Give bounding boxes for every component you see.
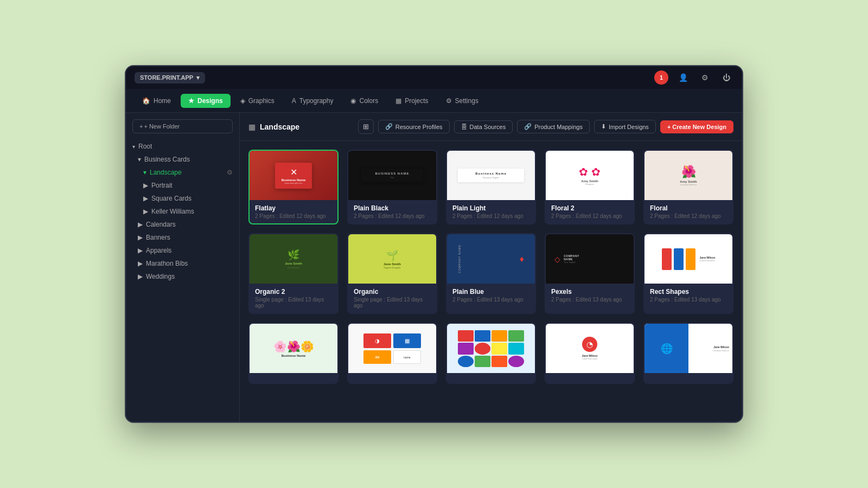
wed-arrow: ▶ — [138, 273, 143, 280]
product-mappings-icon: 🔗 — [524, 123, 532, 130]
colorful3-bg — [447, 324, 535, 373]
colorful3-thumbnail — [447, 324, 535, 373]
organic2-bg: 🌿 Jane Smith Contact Info — [250, 234, 337, 284]
app-arrow: ▶ — [138, 247, 143, 254]
root-arrow: ▾ — [132, 144, 135, 150]
new-folder-button[interactable]: + + New Folder — [132, 119, 233, 133]
sidebar-item-apparels[interactable]: ▶ Apparels — [126, 244, 239, 257]
sidebar-item-keller-williams[interactable]: ▶ Keller Williams — [126, 205, 239, 218]
sidebar-item-banners[interactable]: ▶ Banners — [126, 231, 239, 244]
design-card-colorful1[interactable]: 🌸🌺🌼 Business Name — [248, 323, 339, 384]
rect-shapes-name: Rect Shapes — [650, 288, 727, 296]
nav-home[interactable]: 🏠 Home — [135, 94, 178, 108]
portrait-label: Portrait — [151, 182, 173, 189]
grid-view-button[interactable]: ⊞ — [358, 119, 374, 134]
floral-meta: 2 Pages : Edited 12 days ago — [650, 213, 727, 219]
design-grid-container: ✕ Business Name www.example.com 🔍 ⚙ ✏ — [240, 141, 742, 422]
colorful2-info — [348, 373, 436, 383]
design-card-colorful4[interactable]: ◔ Jane Wilcox Chief Executive — [545, 323, 635, 384]
pexels-name: Pexels — [551, 288, 628, 296]
app-brand[interactable]: STORE.PRINT.APP ▾ — [135, 72, 205, 84]
kw-label: Keller Williams — [151, 208, 194, 215]
plain-black-meta: 2 Pages : Edited 12 days ago — [354, 213, 431, 219]
wed-label: Weddings — [146, 273, 175, 280]
nav-projects[interactable]: ▦ Projects — [388, 94, 436, 108]
sidebar-item-marathon-bibs[interactable]: ▶ Marathon Bibs — [126, 257, 239, 270]
landscape-label: Landscape — [150, 169, 182, 176]
design-card-organic2[interactable]: 🌿 Jane Smith Contact Info Organic 2 Sing… — [248, 233, 339, 314]
colorful1-info — [250, 373, 337, 383]
plain-light-name: Plain Light — [452, 204, 529, 212]
design-card-plain-light[interactable]: Business Name Business Tagline Plain Lig… — [446, 150, 536, 224]
plain-black-bg: BUSINESS NAME Title — [348, 151, 436, 200]
design-card-pexels[interactable]: ◇ COMPANY NAME Your Tagline — [545, 233, 635, 314]
content-header-left: ▦ Landscape — [248, 123, 299, 131]
projects-icon: ▦ — [395, 97, 401, 105]
content-area: ▦ Landscape ⊞ 🔗 Resource Profiles 🗄 Data… — [240, 113, 742, 422]
main-layout: + + New Folder ▾ Root ▾ Business Cards ▾… — [126, 113, 742, 422]
design-card-plain-blue[interactable]: COMPANY NAME ♦ Plain Blue 2 Pages : Edit… — [446, 233, 536, 314]
ban-label: Banners — [146, 234, 170, 241]
import-designs-button[interactable]: ⬇ Import Designs — [594, 120, 656, 133]
design-card-plain-black[interactable]: BUSINESS NAME Title Plain Black 2 Pages … — [347, 150, 437, 224]
settings-icon[interactable]: ⚙ — [698, 70, 712, 85]
home-icon: 🏠 — [142, 97, 150, 105]
organic2-info: Organic 2 Single page : Edited 13 days a… — [250, 284, 337, 313]
sidebar-item-weddings[interactable]: ▶ Weddings — [126, 270, 239, 283]
import-icon: ⬇ — [601, 123, 606, 130]
design-card-colorful2[interactable]: ◑ ▦ BN name — [347, 323, 437, 384]
design-card-floral2[interactable]: ✿ ✿ Amy Smith Designer Floral 2 2 Pages … — [545, 150, 635, 224]
mar-label: Marathon Bibs — [146, 260, 188, 267]
sidebar-item-business-cards[interactable]: ▾ Business Cards — [126, 153, 239, 166]
rect-shapes-bg: Jane Wilcox Chief Executive — [644, 234, 732, 284]
plain-blue-info: Plain Blue 2 Pages : Edited 13 days ago — [447, 284, 535, 307]
colorful2-thumbnail: ◑ ▦ BN name — [348, 324, 436, 373]
flatlay-thumbnail: ✕ Business Name www.example.com 🔍 ⚙ ✏ — [250, 151, 337, 200]
nav-colors[interactable]: ◉ Colors — [343, 94, 386, 108]
landscape-settings-icon[interactable]: ⚙ — [227, 169, 233, 176]
ban-arrow: ▶ — [138, 234, 143, 241]
organic2-name: Organic 2 — [255, 288, 332, 296]
floral2-name: Floral 2 — [551, 204, 628, 212]
topbar: STORE.PRINT.APP ▾ 1 👤 ⚙ ⏻ — [126, 66, 742, 89]
colorful4-thumbnail: ◔ Jane Wilcox Chief Executive — [546, 324, 634, 373]
notification-icon[interactable]: 1 — [654, 70, 668, 85]
design-card-floral[interactable]: 🌺 Amy Smith Creative Director Floral 2 P… — [643, 150, 733, 224]
design-card-organic[interactable]: 🌱 Jane Smith Organic Designer Organic Si… — [347, 233, 437, 314]
resource-profiles-button[interactable]: 🔗 Resource Profiles — [378, 120, 450, 133]
sidebar-item-calendars[interactable]: ▶ Calendars — [126, 218, 239, 231]
power-icon[interactable]: ⏻ — [719, 70, 733, 85]
nav-typography[interactable]: A Typography — [284, 94, 341, 108]
nav-designs[interactable]: ★ Designs — [181, 94, 231, 108]
colorful5-thumbnail: 🌐 Jane Wilcox Creative Director — [644, 324, 732, 373]
content-header-right: ⊞ 🔗 Resource Profiles 🗄 Data Sources 🔗 P… — [358, 119, 733, 134]
settings-nav-icon: ⚙ — [446, 97, 452, 105]
nav-settings[interactable]: ⚙ Settings — [438, 94, 486, 108]
sq-arrow: ▶ — [143, 195, 148, 202]
flatlay-meta: 2 Pages : Edited 12 days ago — [255, 213, 332, 219]
organic-meta: Single page : Edited 13 days ago — [354, 297, 431, 309]
create-new-design-button[interactable]: + Create New Design — [660, 120, 733, 133]
design-card-colorful5[interactable]: 🌐 Jane Wilcox Creative Director — [643, 323, 733, 384]
organic-bg: 🌱 Jane Smith Organic Designer — [348, 234, 436, 284]
plain-light-meta: 2 Pages : Edited 12 days ago — [452, 213, 529, 219]
nav-graphics[interactable]: ◈ Graphics — [233, 94, 282, 108]
sidebar-item-root[interactable]: ▾ Root — [126, 140, 239, 153]
sidebar-item-portrait[interactable]: ▶ Portrait — [126, 179, 239, 192]
colorful4-info — [546, 373, 634, 383]
typography-icon: A — [292, 97, 296, 105]
cal-label: Calendars — [146, 221, 176, 228]
plain-light-info: Plain Light 2 Pages : Edited 12 days ago — [447, 200, 535, 223]
topbar-icons: 1 👤 ⚙ ⏻ — [654, 70, 733, 85]
mar-arrow: ▶ — [138, 260, 143, 267]
data-sources-button[interactable]: 🗄 Data Sources — [454, 120, 513, 133]
design-card-rect-shapes[interactable]: Jane Wilcox Chief Executive Rect Shapes … — [643, 233, 733, 314]
sidebar-item-landscape[interactable]: ▾ Landscape ⚙ — [126, 166, 239, 179]
user-icon[interactable]: 👤 — [676, 70, 690, 85]
floral-info: Floral 2 Pages : Edited 12 days ago — [644, 200, 732, 223]
design-card-colorful3[interactable] — [446, 323, 536, 384]
sidebar-item-square-cards[interactable]: ▶ Square Cards — [126, 192, 239, 205]
rect-shapes-meta: 2 Pages : Edited 13 days ago — [650, 297, 727, 303]
product-mappings-button[interactable]: 🔗 Product Mappings — [517, 120, 590, 133]
design-card-flatlay[interactable]: ✕ Business Name www.example.com 🔍 ⚙ ✏ — [248, 150, 339, 224]
